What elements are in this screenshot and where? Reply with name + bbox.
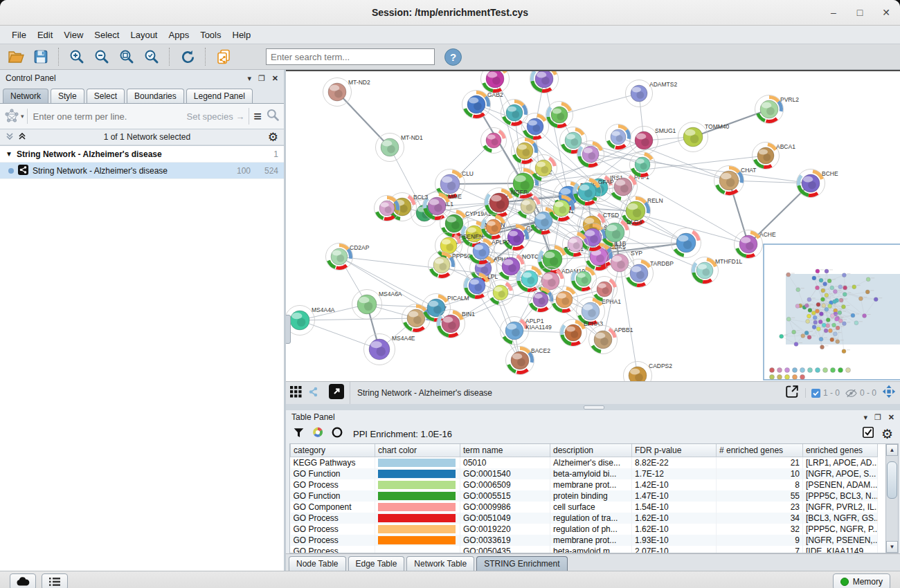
table-row[interactable]: GO ComponentGO:0009986cell surface1.54E-…: [291, 502, 878, 513]
tab-string-enrichment[interactable]: STRING Enrichment: [476, 556, 567, 571]
network-row[interactable]: String Network - Alzheimer's disease 100…: [0, 163, 284, 179]
search-input[interactable]: [266, 48, 435, 65]
float-panel-icon[interactable]: ❐: [874, 413, 881, 422]
menu-apps[interactable]: Apps: [164, 28, 195, 42]
menu-tools[interactable]: Tools: [195, 28, 226, 42]
eye-slash-icon[interactable]: [845, 389, 857, 398]
menu-file[interactable]: File: [7, 28, 31, 42]
network-node[interactable]: TOMM40: [678, 122, 730, 152]
string-query-input[interactable]: [32, 111, 183, 122]
panel-menu-icon[interactable]: ▾: [863, 413, 867, 422]
network-node[interactable]: MS4A6A: [352, 290, 402, 320]
network-graph[interactable]: MT-ND2MT-ND1VSNL1GAB2ADAMTS2PVRL2SMUG1TO…: [286, 71, 900, 381]
maximize-button[interactable]: □: [854, 7, 865, 18]
network-node[interactable]: [606, 125, 631, 150]
string-options-icon[interactable]: ≡: [253, 109, 262, 123]
network-node[interactable]: CADPS2: [624, 362, 673, 382]
network-node[interactable]: PVRL2: [755, 95, 800, 124]
column-header[interactable]: chart color: [375, 444, 460, 457]
caret-down-icon[interactable]: ▼: [6, 150, 12, 158]
column-header[interactable]: FDR p-value: [632, 444, 717, 457]
checkbox-icon[interactable]: [811, 389, 820, 398]
network-node[interactable]: CHAT: [714, 166, 757, 196]
network-node[interactable]: APLP1KIAA1149: [501, 317, 552, 345]
memory-button[interactable]: Memory: [833, 573, 890, 588]
network-node[interactable]: MS4A4E: [364, 334, 415, 365]
tab-edge-table[interactable]: Edge Table: [348, 556, 405, 571]
detach-view-icon[interactable]: [329, 384, 344, 402]
menu-select[interactable]: Select: [89, 28, 124, 42]
splitter-handle[interactable]: [286, 315, 291, 344]
copy-network-icon[interactable]: [213, 47, 234, 66]
menu-help[interactable]: Help: [228, 28, 256, 42]
open-session-icon[interactable]: [6, 47, 26, 66]
network-node[interactable]: [530, 71, 559, 93]
tab-legend-panel[interactable]: Legend Panel: [186, 89, 253, 103]
collapse-all-icon[interactable]: [6, 131, 14, 143]
float-panel-icon[interactable]: ❐: [258, 74, 265, 83]
species-hint[interactable]: Set species →: [187, 111, 245, 122]
network-node[interactable]: APBB1: [589, 326, 633, 354]
table-row[interactable]: GO FunctionGO:0001540beta-amyloid bi...1…: [291, 468, 878, 479]
column-header[interactable]: term name: [460, 444, 550, 457]
menu-edit[interactable]: Edit: [33, 28, 57, 42]
close-button[interactable]: ✕: [881, 7, 892, 18]
network-canvas[interactable]: MT-ND2MT-ND1VSNL1GAB2ADAMTS2PVRL2SMUG1TO…: [286, 70, 900, 381]
column-header[interactable]: description: [550, 444, 632, 457]
tab-network-table[interactable]: Network Table: [406, 556, 474, 571]
zoom-out-icon[interactable]: [91, 47, 112, 66]
close-panel-icon[interactable]: ✕: [888, 413, 894, 422]
close-panel-icon[interactable]: ✕: [272, 74, 278, 83]
network-node[interactable]: PPP5C: [429, 252, 471, 279]
expand-all-icon[interactable]: [18, 131, 26, 143]
network-node[interactable]: MTHFD1L: [692, 257, 743, 284]
tab-style[interactable]: Style: [51, 89, 84, 103]
scrollbar-thumb[interactable]: [887, 461, 897, 499]
task-list-button[interactable]: [42, 573, 68, 588]
column-header[interactable]: enriched genes: [803, 444, 878, 457]
table-row[interactable]: KEGG Pathways05010Alzheimer's dise...8.8…: [291, 457, 878, 469]
string-logo-icon[interactable]: ▾: [4, 109, 28, 124]
column-header[interactable]: category: [291, 444, 375, 457]
export-network-icon[interactable]: [784, 384, 800, 402]
chart-icon[interactable]: [312, 426, 324, 441]
help-icon[interactable]: ?: [444, 48, 462, 66]
tab-boundaries[interactable]: Boundaries: [127, 89, 184, 103]
birdseye-view[interactable]: [764, 244, 900, 380]
vertical-scrollbar[interactable]: ▲ ▼: [885, 444, 898, 553]
refresh-icon[interactable]: [177, 47, 198, 66]
zoom-selected-icon[interactable]: [141, 47, 162, 66]
select-all-icon[interactable]: [862, 426, 874, 441]
network-node[interactable]: [512, 138, 539, 165]
tab-node-table[interactable]: Node Table: [289, 556, 346, 571]
share-view-icon[interactable]: [307, 386, 319, 401]
network-node[interactable]: GFAP: [573, 178, 615, 206]
network-node[interactable]: BACE2: [506, 347, 551, 375]
scroll-up-icon[interactable]: ▲: [886, 444, 898, 456]
network-node[interactable]: [481, 71, 510, 93]
table-row[interactable]: GO FunctionGO:0005515protein binding1.47…: [291, 490, 878, 502]
network-node[interactable]: [488, 280, 514, 306]
table-row[interactable]: GO ProcessGO:0051049regulation of tra...…: [291, 513, 878, 524]
zoom-in-icon[interactable]: [66, 47, 87, 66]
network-node[interactable]: [522, 113, 549, 140]
table-row[interactable]: GO ProcessGO:0019220regulation of ph...1…: [291, 524, 878, 535]
grid-view-icon[interactable]: [290, 386, 302, 401]
horizontal-splitter[interactable]: [286, 404, 900, 410]
network-node[interactable]: TARDBP: [625, 259, 674, 288]
gear-icon[interactable]: ⚙: [268, 131, 278, 143]
network-node[interactable]: [560, 127, 587, 154]
network-node[interactable]: [516, 266, 543, 293]
column-header[interactable]: # enriched genes: [717, 444, 803, 457]
collection-row[interactable]: ▼ String Network - Alzheimer's disease 1: [0, 146, 284, 163]
network-node[interactable]: CD2AP: [326, 244, 370, 270]
network-node[interactable]: [546, 102, 573, 129]
table-row[interactable]: GO ProcessGO:0033619membrane prot...1.93…: [291, 535, 878, 546]
table-row[interactable]: GO ProcessGO:0050435beta-amyloid m...2.0…: [291, 546, 878, 553]
scroll-down-icon[interactable]: ▼: [886, 541, 898, 553]
network-node[interactable]: [501, 100, 528, 127]
enrichment-settings-icon[interactable]: ⚙: [881, 428, 893, 441]
string-search-icon[interactable]: [266, 108, 280, 125]
network-node[interactable]: ABCA1: [753, 143, 796, 169]
zoom-fit-icon[interactable]: [116, 47, 137, 66]
